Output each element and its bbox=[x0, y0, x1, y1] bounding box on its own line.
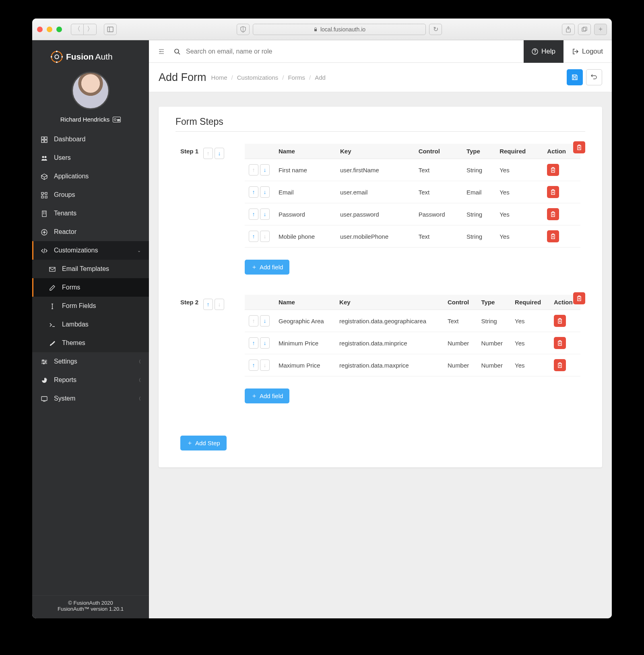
move-up-button[interactable]: ↑ bbox=[249, 337, 258, 349]
delete-field-button[interactable] bbox=[554, 315, 566, 327]
back-browser-button[interactable]: 〈 bbox=[71, 24, 84, 35]
plus-icon: ＋ bbox=[251, 392, 257, 400]
nav-customizations[interactable]: Customizations⌄ bbox=[32, 241, 149, 260]
table-row: ↑ ↓ Email user.email Text Email Yes bbox=[245, 181, 580, 203]
trash-icon bbox=[576, 295, 582, 302]
delete-field-button[interactable] bbox=[554, 359, 566, 371]
add-field-button[interactable]: ＋Add field bbox=[245, 260, 289, 275]
undo-button[interactable] bbox=[586, 69, 602, 85]
trash-icon bbox=[557, 318, 563, 324]
nav-lambdas[interactable]: Lambdas bbox=[32, 315, 149, 334]
move-down-button[interactable]: ↓ bbox=[260, 186, 270, 198]
delete-field-button[interactable] bbox=[554, 337, 566, 349]
move-down-button[interactable]: ↓ bbox=[260, 360, 270, 371]
nav-tenants[interactable]: Tenants bbox=[32, 204, 149, 223]
add-step-button[interactable]: ＋ Add Step bbox=[180, 436, 227, 450]
zoom-window-button[interactable] bbox=[56, 27, 62, 32]
move-step-down-button[interactable]: ↓ bbox=[215, 299, 224, 310]
svg-rect-26 bbox=[42, 211, 46, 217]
sidebar-nav: Dashboard Users Applications Groups Tena… bbox=[32, 130, 149, 595]
move-down-button[interactable]: ↓ bbox=[260, 231, 270, 242]
tabs-icon[interactable] bbox=[578, 24, 591, 35]
section-title: Form Steps bbox=[175, 116, 585, 127]
delete-step-button[interactable] bbox=[573, 141, 585, 153]
user-avatar[interactable] bbox=[72, 72, 109, 110]
new-tab-icon[interactable]: ＋ bbox=[594, 24, 607, 35]
move-up-button[interactable]: ↑ bbox=[249, 164, 258, 176]
cell-control: Password bbox=[415, 203, 462, 225]
nav-groups[interactable]: Groups bbox=[32, 186, 149, 204]
pie-chart-icon bbox=[40, 376, 48, 384]
lock-icon bbox=[313, 27, 318, 32]
text-cursor-icon bbox=[48, 302, 56, 310]
reactor-icon bbox=[40, 228, 48, 236]
move-down-button[interactable]: ↓ bbox=[260, 315, 270, 326]
reload-icon[interactable]: ↻ bbox=[429, 24, 442, 35]
delete-field-button[interactable] bbox=[547, 164, 559, 176]
move-step-up-button[interactable]: ↑ bbox=[203, 148, 213, 159]
svg-point-18 bbox=[42, 156, 44, 158]
move-up-button[interactable]: ↑ bbox=[249, 186, 258, 198]
nav-reports[interactable]: Reports〈 bbox=[32, 371, 149, 389]
nav-forms[interactable]: Forms bbox=[32, 278, 149, 297]
traffic-lights bbox=[37, 27, 62, 32]
dashboard-icon bbox=[40, 136, 48, 143]
nav-settings[interactable]: Settings〈 bbox=[32, 352, 149, 371]
logout-button[interactable]: Logout bbox=[564, 40, 612, 63]
nav-form-fields[interactable]: Form Fields bbox=[32, 297, 149, 315]
move-up-button[interactable]: ↑ bbox=[249, 209, 258, 220]
fields-table: Name Key Control Type Required Action ↑ … bbox=[245, 295, 580, 376]
move-up-button[interactable]: ↑ bbox=[249, 231, 258, 242]
table-row: ↑ ↓ Geographic Area registration.data.ge… bbox=[245, 310, 580, 332]
delete-field-button[interactable] bbox=[547, 186, 559, 198]
svg-rect-29 bbox=[43, 213, 44, 214]
id-card-icon[interactable] bbox=[113, 117, 121, 122]
th-key: Key bbox=[335, 295, 444, 310]
svg-rect-20 bbox=[41, 192, 43, 194]
svg-rect-0 bbox=[107, 27, 113, 32]
search-icon bbox=[174, 48, 180, 56]
sidebar-toggle-icon[interactable] bbox=[104, 24, 117, 35]
nav-email-templates[interactable]: Email Templates bbox=[32, 260, 149, 278]
close-window-button[interactable] bbox=[37, 27, 43, 32]
cell-name: Geographic Area bbox=[275, 310, 335, 332]
move-step-down-button[interactable]: ↓ bbox=[215, 148, 224, 159]
move-down-button[interactable]: ↓ bbox=[260, 337, 270, 349]
delete-field-button[interactable] bbox=[547, 208, 559, 220]
delete-field-button[interactable] bbox=[547, 230, 559, 242]
share-icon[interactable] bbox=[562, 24, 575, 35]
add-field-button[interactable]: ＋Add field bbox=[245, 388, 289, 403]
nav-dashboard[interactable]: Dashboard bbox=[32, 130, 149, 149]
sidebar-collapse-icon[interactable] bbox=[149, 47, 174, 56]
cell-key: user.password bbox=[336, 203, 415, 225]
move-down-button[interactable]: ↓ bbox=[260, 209, 270, 220]
table-row: ↑ ↓ Mobile phone user.mobilePhone Text S… bbox=[245, 225, 580, 248]
delete-step-button[interactable] bbox=[573, 292, 585, 304]
th-required: Required bbox=[495, 144, 543, 159]
nav-users[interactable]: Users bbox=[32, 149, 149, 167]
move-down-button[interactable]: ↓ bbox=[260, 164, 270, 176]
nav-reactor[interactable]: Reactor bbox=[32, 223, 149, 241]
nav-themes[interactable]: Themes bbox=[32, 334, 149, 352]
th-key: Key bbox=[336, 144, 415, 159]
search-input[interactable] bbox=[186, 48, 524, 55]
trash-icon bbox=[550, 167, 556, 173]
svg-point-19 bbox=[45, 156, 47, 158]
privacy-shield-icon[interactable] bbox=[237, 24, 250, 35]
help-button[interactable]: Help bbox=[524, 40, 564, 63]
cell-type: String bbox=[477, 310, 511, 332]
address-bar[interactable]: local.fusionauth.io bbox=[253, 24, 426, 35]
move-up-button[interactable]: ↑ bbox=[249, 360, 258, 371]
browser-window: 〈 〉 local.fusionauth.io ↻ ＋ bbox=[32, 19, 612, 618]
move-up-button[interactable]: ↑ bbox=[249, 315, 258, 326]
save-button[interactable] bbox=[567, 69, 583, 85]
nav-system[interactable]: System〈 bbox=[32, 389, 149, 408]
forward-browser-button[interactable]: 〉 bbox=[84, 24, 97, 35]
crumb-home[interactable]: Home bbox=[211, 74, 227, 81]
plus-icon: ＋ bbox=[251, 263, 257, 271]
move-step-up-button[interactable]: ↑ bbox=[203, 299, 213, 310]
minimize-window-button[interactable] bbox=[47, 27, 52, 32]
nav-applications[interactable]: Applications bbox=[32, 167, 149, 186]
crumb-forms[interactable]: Forms bbox=[288, 74, 305, 81]
crumb-customizations[interactable]: Customizations bbox=[237, 74, 279, 81]
